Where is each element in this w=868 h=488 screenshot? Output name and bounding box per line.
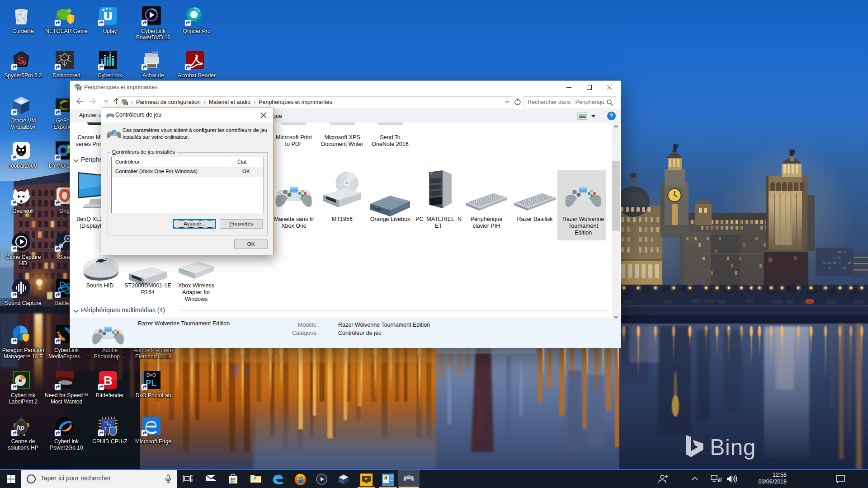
svg-text:B: B (104, 374, 113, 388)
svg-text:D×O: D×O (146, 373, 156, 378)
svg-text:hp: hp (17, 424, 25, 431)
svg-text:Bing: Bing (710, 435, 756, 460)
svg-text:5: 5 (23, 59, 26, 66)
